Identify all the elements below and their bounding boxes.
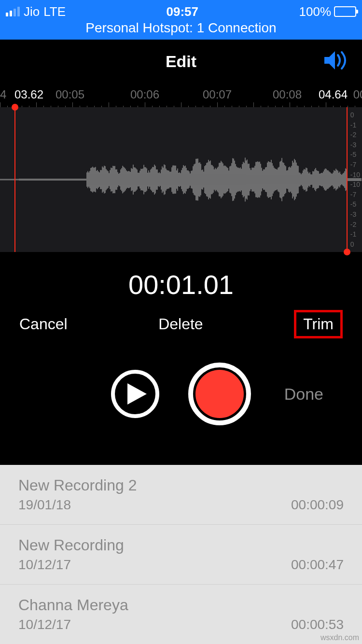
cancel-button[interactable]: Cancel — [19, 315, 68, 333]
ruler-label: 00:07 — [203, 88, 232, 101]
ruler-label: 04 — [0, 88, 6, 101]
ruler-label: 00:06 — [130, 88, 159, 101]
recording-item[interactable]: Channa Mereya 10/12/17 00:00:53 — [0, 585, 362, 644]
record-icon — [195, 370, 244, 418]
signal-icon — [6, 7, 20, 16]
db-scale: 0-1-2-3-5-7-10-10-7-5-3-2-10 — [350, 107, 360, 252]
ruler-label: 00:08 — [273, 88, 302, 101]
waveform — [0, 141, 362, 218]
recording-date: 10/12/17 — [18, 557, 124, 573]
battery-icon — [334, 6, 356, 17]
recording-date: 10/12/17 — [18, 617, 128, 632]
status-bar: Jio LTE 09:57 100% Personal Hotspot: 1 C… — [0, 0, 362, 40]
carrier-label: Jio — [24, 4, 40, 19]
record-button[interactable] — [188, 363, 251, 425]
waveform-area[interactable]: 0-1-2-3-5-7-10-10-7-5-3-2-10 — [0, 107, 362, 252]
playback-controls: Done — [0, 353, 362, 445]
page-title: Edit — [166, 52, 196, 71]
recording-item[interactable]: New Recording 2 19/01/18 00:00:09 — [0, 465, 362, 525]
recording-duration: 00:00:09 — [291, 497, 344, 513]
recording-date: 19/01/18 — [18, 497, 137, 513]
action-row: Cancel Delete Trim — [0, 310, 362, 353]
battery-percent: 100% — [299, 4, 332, 19]
recordings-list: New Recording 2 19/01/18 00:00:09 New Re… — [0, 465, 362, 644]
recording-item[interactable]: New Recording 10/12/17 00:00:47 — [0, 525, 362, 585]
play-icon — [127, 383, 147, 405]
trim-button[interactable]: Trim — [294, 310, 343, 338]
done-button[interactable]: Done — [284, 385, 323, 404]
nav-header: Edit — [0, 40, 362, 83]
trim-handle-left[interactable] — [14, 107, 15, 252]
timeline-ruler[interactable]: 0403.6200:0500:0600:0700:0804.6400 — [0, 83, 362, 107]
current-time: 00:01.01 — [0, 252, 362, 310]
network-label: LTE — [43, 4, 66, 19]
hotspot-banner[interactable]: Personal Hotspot: 1 Connection — [0, 20, 362, 39]
recording-title: Channa Mereya — [18, 596, 128, 614]
status-time: 09:57 — [66, 4, 299, 19]
delete-button[interactable]: Delete — [158, 315, 203, 333]
recording-title: New Recording — [18, 536, 124, 554]
ruler-label: 03.62 — [14, 88, 43, 101]
ruler-label: 00 — [353, 88, 362, 101]
volume-icon[interactable] — [323, 50, 350, 72]
recording-duration: 00:00:47 — [291, 557, 344, 573]
recording-duration: 00:00:53 — [291, 617, 344, 632]
trim-handle-right[interactable] — [347, 107, 348, 252]
recording-title: New Recording 2 — [18, 476, 137, 494]
ruler-label: 04.64 — [319, 88, 348, 101]
watermark: wsxdn.com — [320, 633, 359, 642]
ruler-label: 00:05 — [56, 88, 84, 101]
play-button[interactable] — [111, 370, 159, 418]
